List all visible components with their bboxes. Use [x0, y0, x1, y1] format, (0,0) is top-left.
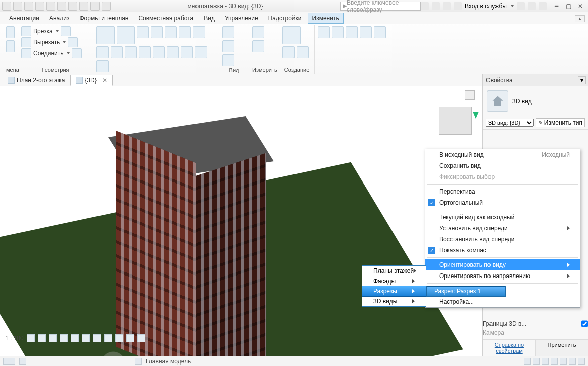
view-selector[interactable]: 3D вид: {3D} — [486, 119, 534, 127]
ribbon-icon[interactable] — [332, 26, 344, 38]
status-icon[interactable] — [3, 358, 15, 365]
viewbar-icon[interactable] — [49, 334, 57, 342]
cut-icon[interactable] — [21, 37, 31, 47]
viewbar-icon[interactable] — [126, 334, 134, 342]
tab-massing[interactable]: Формы и генплан — [76, 13, 133, 23]
tab-annotations[interactable]: Аннотации — [5, 13, 43, 23]
ribbon-icon[interactable] — [117, 26, 135, 44]
titlebar-icon[interactable] — [421, 2, 429, 10]
titlebar-icon[interactable] — [432, 2, 440, 10]
viewbar-icon[interactable] — [60, 334, 68, 342]
qat-icon[interactable] — [35, 2, 44, 11]
tab-collab[interactable]: Совместная работа — [134, 13, 198, 23]
viewbar-icon[interactable] — [93, 334, 101, 342]
subsubmenu-item-section1[interactable]: Разрез: Разрез 1 — [427, 286, 505, 296]
ribbon-collapse-button[interactable]: ▲ — [575, 15, 585, 22]
properties-help-link[interactable]: Справка по свойствам — [483, 340, 535, 356]
qat-icon[interactable] — [102, 2, 111, 11]
menu-item-save-view[interactable]: Сохранить вид — [425, 160, 580, 171]
menu-item-show-compass[interactable]: ✓Показать компас — [425, 245, 580, 256]
ribbon-icon[interactable] — [125, 46, 137, 58]
ribbon-icon[interactable] — [167, 46, 179, 58]
tab-addins[interactable]: Надстройки — [264, 13, 306, 23]
ribbon-icon[interactable] — [96, 26, 115, 44]
3d-canvas[interactable]: 1 : 100 — [0, 86, 482, 356]
qat-icon[interactable] — [68, 2, 77, 11]
status-icon[interactable] — [135, 358, 142, 365]
ribbon-icon[interactable] — [72, 48, 82, 58]
ribbon-icon[interactable] — [6, 40, 15, 52]
apply-button[interactable]: Применить — [535, 340, 588, 356]
submenu-item-elevations[interactable]: Фасады — [362, 276, 426, 286]
ribbon-icon[interactable] — [318, 26, 330, 38]
ribbon-icon[interactable] — [153, 46, 165, 58]
view-cube[interactable] — [439, 107, 472, 135]
tab-manage[interactable]: Управление — [221, 13, 262, 23]
submenu-item-floor-plans[interactable]: Планы этажей — [362, 266, 426, 276]
viewbar-icon[interactable] — [137, 334, 145, 342]
ribbon-icon[interactable] — [297, 46, 309, 58]
prop-checkbox[interactable] — [581, 320, 588, 327]
status-icon[interactable] — [551, 358, 558, 365]
comm-icon[interactable] — [517, 2, 525, 10]
close-button[interactable]: ✕ — [575, 2, 586, 10]
nav-arrow-icon[interactable] — [473, 112, 479, 119]
qat-icon[interactable] — [24, 2, 33, 11]
close-tab-icon[interactable]: ✕ — [102, 77, 107, 84]
ribbon-icon[interactable] — [222, 26, 234, 38]
ribbon-icon[interactable] — [137, 26, 149, 38]
menu-item-set-current-home[interactable]: Текущий вид как исходный — [425, 212, 580, 223]
scale-label[interactable]: 1 : 100 — [5, 335, 24, 342]
ribbon-icon[interactable] — [151, 26, 163, 38]
status-icon[interactable] — [560, 358, 567, 365]
menu-item-orient-to-view[interactable]: Ориентировать по виду — [425, 259, 580, 270]
star-icon[interactable] — [443, 2, 451, 10]
minimize-button[interactable]: ━ — [551, 2, 562, 10]
status-icon[interactable] — [569, 358, 576, 365]
ribbon-icon[interactable] — [282, 46, 295, 58]
cut-geometry-icon[interactable] — [21, 26, 31, 36]
menu-item-home-view[interactable]: В исходный видИсходный — [425, 149, 580, 160]
help-icon[interactable] — [539, 2, 547, 10]
join-icon[interactable] — [21, 48, 31, 58]
ribbon-icon[interactable] — [111, 46, 123, 58]
status-icon[interactable] — [578, 358, 585, 365]
viewbar-icon[interactable] — [82, 334, 90, 342]
cart-icon[interactable] — [528, 2, 536, 10]
menu-item-reset-front[interactable]: Восстановить вид спереди — [425, 234, 580, 245]
ribbon-icon[interactable] — [139, 46, 151, 58]
status-icon[interactable] — [542, 358, 549, 365]
menu-item-perspective[interactable]: Перспектива — [425, 186, 580, 197]
prop-row[interactable]: Границы 3D в... — [483, 320, 526, 327]
qat-icon[interactable] — [2, 2, 11, 11]
ribbon-icon[interactable] — [179, 26, 191, 38]
tab-modify[interactable]: Изменить — [308, 13, 344, 24]
qat-icon[interactable] — [79, 2, 88, 11]
viewbar-icon[interactable] — [104, 334, 112, 342]
qat-icon[interactable] — [57, 2, 66, 11]
viewbar-icon[interactable] — [27, 334, 35, 342]
ribbon-icon[interactable] — [252, 40, 264, 52]
workset-label[interactable]: Главная модель — [146, 358, 191, 365]
tab-analysis[interactable]: Анализ — [45, 13, 74, 23]
ribbon-icon[interactable] — [68, 37, 78, 47]
ribbon-icon[interactable] — [165, 26, 177, 38]
home-view-icon[interactable] — [465, 90, 475, 100]
menu-item-orient-to-direction[interactable]: Ориентировать по направлению — [425, 270, 580, 282]
ribbon-icon[interactable] — [282, 26, 301, 44]
view-tab[interactable]: {3D}✕ — [70, 75, 112, 86]
search-input[interactable]: ▶ Введите ключевое слово/фразу — [340, 2, 421, 11]
tab-view[interactable]: Вид — [200, 13, 219, 23]
view-options-button[interactable]: ▾ — [578, 76, 586, 84]
ribbon-icon[interactable] — [346, 26, 358, 38]
qat-icon[interactable] — [46, 2, 55, 11]
maximize-button[interactable]: ▢ — [563, 2, 574, 10]
edit-type-button[interactable]: ✎ Изменить тип — [536, 118, 585, 127]
ribbon-icon[interactable] — [252, 26, 264, 38]
submenu-item-sections[interactable]: Разрезы — [362, 286, 426, 297]
ribbon-icon[interactable] — [96, 46, 109, 58]
viewbar-icon[interactable] — [38, 334, 46, 342]
menu-item-settings[interactable]: Настройка... — [425, 296, 580, 307]
ribbon-icon[interactable] — [96, 60, 109, 72]
login-link[interactable]: Вход в службы — [465, 3, 507, 10]
